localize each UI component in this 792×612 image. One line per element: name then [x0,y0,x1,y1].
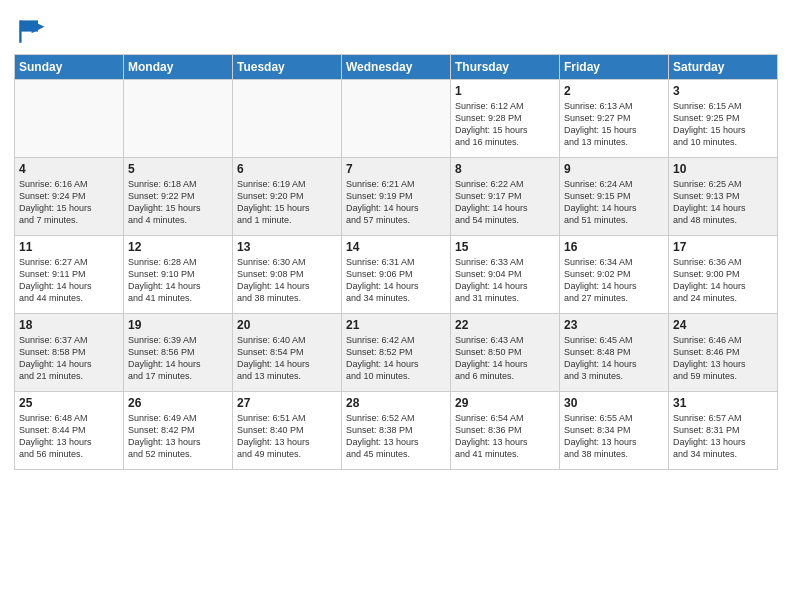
day-number: 4 [19,162,119,176]
weekday-header-wednesday: Wednesday [342,55,451,80]
day-info: Sunrise: 6:16 AM Sunset: 9:24 PM Dayligh… [19,178,119,227]
day-info: Sunrise: 6:43 AM Sunset: 8:50 PM Dayligh… [455,334,555,383]
day-number: 12 [128,240,228,254]
day-info: Sunrise: 6:57 AM Sunset: 8:31 PM Dayligh… [673,412,773,461]
day-info: Sunrise: 6:18 AM Sunset: 9:22 PM Dayligh… [128,178,228,227]
day-info: Sunrise: 6:27 AM Sunset: 9:11 PM Dayligh… [19,256,119,305]
calendar-cell: 3Sunrise: 6:15 AM Sunset: 9:25 PM Daylig… [669,80,778,158]
calendar-cell: 28Sunrise: 6:52 AM Sunset: 8:38 PM Dayli… [342,392,451,470]
calendar-cell: 26Sunrise: 6:49 AM Sunset: 8:42 PM Dayli… [124,392,233,470]
calendar-cell: 5Sunrise: 6:18 AM Sunset: 9:22 PM Daylig… [124,158,233,236]
day-number: 3 [673,84,773,98]
calendar-cell: 13Sunrise: 6:30 AM Sunset: 9:08 PM Dayli… [233,236,342,314]
day-number: 10 [673,162,773,176]
weekday-header-monday: Monday [124,55,233,80]
day-info: Sunrise: 6:46 AM Sunset: 8:46 PM Dayligh… [673,334,773,383]
day-number: 6 [237,162,337,176]
day-info: Sunrise: 6:22 AM Sunset: 9:17 PM Dayligh… [455,178,555,227]
weekday-header-saturday: Saturday [669,55,778,80]
logo [14,14,50,46]
day-number: 24 [673,318,773,332]
day-number: 26 [128,396,228,410]
day-number: 15 [455,240,555,254]
calendar-cell [15,80,124,158]
day-info: Sunrise: 6:40 AM Sunset: 8:54 PM Dayligh… [237,334,337,383]
day-info: Sunrise: 6:31 AM Sunset: 9:06 PM Dayligh… [346,256,446,305]
calendar-week-3: 11Sunrise: 6:27 AM Sunset: 9:11 PM Dayli… [15,236,778,314]
day-info: Sunrise: 6:21 AM Sunset: 9:19 PM Dayligh… [346,178,446,227]
calendar-cell: 22Sunrise: 6:43 AM Sunset: 8:50 PM Dayli… [451,314,560,392]
day-number: 7 [346,162,446,176]
calendar-cell: 20Sunrise: 6:40 AM Sunset: 8:54 PM Dayli… [233,314,342,392]
day-info: Sunrise: 6:36 AM Sunset: 9:00 PM Dayligh… [673,256,773,305]
calendar-cell: 23Sunrise: 6:45 AM Sunset: 8:48 PM Dayli… [560,314,669,392]
weekday-header-thursday: Thursday [451,55,560,80]
day-number: 17 [673,240,773,254]
day-info: Sunrise: 6:52 AM Sunset: 8:38 PM Dayligh… [346,412,446,461]
day-number: 5 [128,162,228,176]
day-number: 25 [19,396,119,410]
day-info: Sunrise: 6:15 AM Sunset: 9:25 PM Dayligh… [673,100,773,149]
day-info: Sunrise: 6:13 AM Sunset: 9:27 PM Dayligh… [564,100,664,149]
day-number: 22 [455,318,555,332]
calendar-cell: 10Sunrise: 6:25 AM Sunset: 9:13 PM Dayli… [669,158,778,236]
day-number: 20 [237,318,337,332]
calendar-cell: 17Sunrise: 6:36 AM Sunset: 9:00 PM Dayli… [669,236,778,314]
day-number: 2 [564,84,664,98]
day-number: 29 [455,396,555,410]
header [14,10,778,46]
calendar-cell: 2Sunrise: 6:13 AM Sunset: 9:27 PM Daylig… [560,80,669,158]
calendar-cell: 27Sunrise: 6:51 AM Sunset: 8:40 PM Dayli… [233,392,342,470]
day-number: 14 [346,240,446,254]
day-info: Sunrise: 6:42 AM Sunset: 8:52 PM Dayligh… [346,334,446,383]
weekday-header-sunday: Sunday [15,55,124,80]
day-number: 9 [564,162,664,176]
day-info: Sunrise: 6:51 AM Sunset: 8:40 PM Dayligh… [237,412,337,461]
calendar-cell: 24Sunrise: 6:46 AM Sunset: 8:46 PM Dayli… [669,314,778,392]
calendar-cell [124,80,233,158]
calendar-cell: 30Sunrise: 6:55 AM Sunset: 8:34 PM Dayli… [560,392,669,470]
calendar-header-row: SundayMondayTuesdayWednesdayThursdayFrid… [15,55,778,80]
calendar-week-2: 4Sunrise: 6:16 AM Sunset: 9:24 PM Daylig… [15,158,778,236]
day-info: Sunrise: 6:55 AM Sunset: 8:34 PM Dayligh… [564,412,664,461]
day-number: 16 [564,240,664,254]
calendar-cell: 16Sunrise: 6:34 AM Sunset: 9:02 PM Dayli… [560,236,669,314]
day-info: Sunrise: 6:49 AM Sunset: 8:42 PM Dayligh… [128,412,228,461]
day-info: Sunrise: 6:19 AM Sunset: 9:20 PM Dayligh… [237,178,337,227]
calendar-cell: 25Sunrise: 6:48 AM Sunset: 8:44 PM Dayli… [15,392,124,470]
day-number: 23 [564,318,664,332]
calendar-cell [233,80,342,158]
day-info: Sunrise: 6:39 AM Sunset: 8:56 PM Dayligh… [128,334,228,383]
calendar-cell: 9Sunrise: 6:24 AM Sunset: 9:15 PM Daylig… [560,158,669,236]
day-number: 18 [19,318,119,332]
day-info: Sunrise: 6:34 AM Sunset: 9:02 PM Dayligh… [564,256,664,305]
day-number: 31 [673,396,773,410]
day-info: Sunrise: 6:54 AM Sunset: 8:36 PM Dayligh… [455,412,555,461]
day-number: 13 [237,240,337,254]
calendar-cell: 7Sunrise: 6:21 AM Sunset: 9:19 PM Daylig… [342,158,451,236]
calendar-week-4: 18Sunrise: 6:37 AM Sunset: 8:58 PM Dayli… [15,314,778,392]
day-info: Sunrise: 6:33 AM Sunset: 9:04 PM Dayligh… [455,256,555,305]
day-info: Sunrise: 6:30 AM Sunset: 9:08 PM Dayligh… [237,256,337,305]
calendar-week-5: 25Sunrise: 6:48 AM Sunset: 8:44 PM Dayli… [15,392,778,470]
calendar-cell: 1Sunrise: 6:12 AM Sunset: 9:28 PM Daylig… [451,80,560,158]
day-number: 28 [346,396,446,410]
day-info: Sunrise: 6:12 AM Sunset: 9:28 PM Dayligh… [455,100,555,149]
day-number: 30 [564,396,664,410]
weekday-header-friday: Friday [560,55,669,80]
day-info: Sunrise: 6:24 AM Sunset: 9:15 PM Dayligh… [564,178,664,227]
calendar-cell: 19Sunrise: 6:39 AM Sunset: 8:56 PM Dayli… [124,314,233,392]
weekday-header-tuesday: Tuesday [233,55,342,80]
day-number: 11 [19,240,119,254]
page: SundayMondayTuesdayWednesdayThursdayFrid… [0,0,792,612]
calendar-cell: 8Sunrise: 6:22 AM Sunset: 9:17 PM Daylig… [451,158,560,236]
calendar-cell: 12Sunrise: 6:28 AM Sunset: 9:10 PM Dayli… [124,236,233,314]
calendar: SundayMondayTuesdayWednesdayThursdayFrid… [14,54,778,470]
calendar-cell: 29Sunrise: 6:54 AM Sunset: 8:36 PM Dayli… [451,392,560,470]
calendar-cell: 6Sunrise: 6:19 AM Sunset: 9:20 PM Daylig… [233,158,342,236]
day-info: Sunrise: 6:37 AM Sunset: 8:58 PM Dayligh… [19,334,119,383]
day-info: Sunrise: 6:48 AM Sunset: 8:44 PM Dayligh… [19,412,119,461]
calendar-cell: 4Sunrise: 6:16 AM Sunset: 9:24 PM Daylig… [15,158,124,236]
day-number: 27 [237,396,337,410]
day-info: Sunrise: 6:45 AM Sunset: 8:48 PM Dayligh… [564,334,664,383]
